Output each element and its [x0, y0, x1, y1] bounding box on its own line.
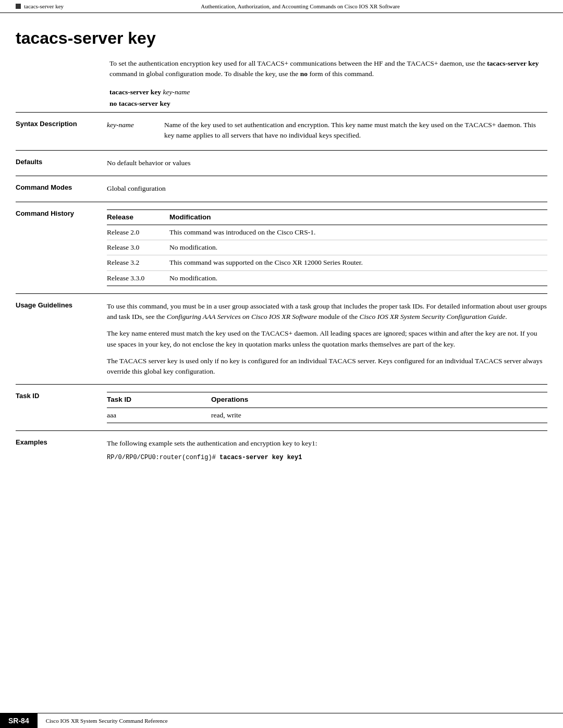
syntax-line-2: no tacacs-server key	[109, 100, 547, 108]
examples-content: The following example sets the authentic…	[107, 438, 547, 462]
section-command-modes: Command Modes Global configuration	[16, 176, 547, 201]
release-cell: Release 3.2	[107, 255, 169, 270]
defaults-content: No default behavior or values	[107, 158, 547, 168]
examples-label: Examples	[16, 438, 107, 446]
table-row: Release 3.2This command was supported on…	[107, 255, 547, 270]
task-id-label: Task ID	[16, 392, 107, 400]
section-examples: Examples The following example sets the …	[16, 430, 547, 470]
task-id-content: Task ID Operations aaaread, write	[107, 392, 547, 423]
usage-italic-2: Cisco IOS XR System Security Configurati…	[360, 313, 506, 320]
table-row: aaaread, write	[107, 408, 547, 423]
taskid-cell: aaa	[107, 408, 211, 423]
modification-cell: No modification.	[169, 240, 547, 255]
col-release-header: Release	[107, 209, 169, 225]
task-id-header-row: Task ID Operations	[107, 392, 547, 408]
syntax-def: Name of the key used to set authenticati…	[164, 120, 547, 141]
main-content: tacacs-server key To set the authenticat…	[0, 13, 563, 501]
operations-cell: read, write	[211, 408, 547, 423]
code-prefix: RP/0/RP0/CPU0:router(config)#	[107, 454, 219, 461]
intro-bold-command: tacacs-server key	[487, 59, 538, 67]
footer-badge: SR-84	[0, 713, 38, 728]
modification-cell: This command was introduced on the Cisco…	[169, 225, 547, 240]
defaults-label: Defaults	[16, 158, 107, 166]
command-modes-label: Command Modes	[16, 183, 107, 191]
intro-bold-no: no	[300, 70, 308, 78]
syntax-line-1: tacacs-server key key-name	[109, 88, 547, 96]
table-row: Release 2.0This command was introduced o…	[107, 225, 547, 240]
col-modification-header: Modification	[169, 209, 547, 225]
usage-para-1: To use this command, you must be in a us…	[107, 301, 547, 323]
example-code-block: RP/0/RP0/CPU0:router(config)# tacacs-ser…	[107, 453, 547, 462]
syntax-desc-row: key-name Name of the key used to set aut…	[107, 120, 547, 141]
syntax-bold-1: tacacs-server key	[109, 88, 161, 96]
modification-cell: This command was supported on the Cisco …	[169, 255, 547, 270]
code-bold: tacacs-server key key1	[219, 454, 302, 461]
modification-cell: No modification.	[169, 270, 547, 286]
breadcrumb: tacacs-server key	[24, 3, 64, 9]
header-square-icon	[16, 4, 21, 9]
top-header: tacacs-server key Authentication, Author…	[0, 0, 563, 13]
usage-italic-1: Configuring AAA Services on Cisco IOS XR…	[167, 313, 317, 320]
table-row: Release 3.0No modification.	[107, 240, 547, 255]
section-usage-guidelines: Usage Guidelines To use this command, yo…	[16, 293, 547, 385]
usage-guidelines-content: To use this command, you must be in a us…	[107, 301, 547, 377]
usage-para-3: The TACACS server key is used only if no…	[107, 356, 547, 377]
bottom-footer: SR-84 Cisco IOS XR System Security Comma…	[0, 713, 563, 728]
header-left: tacacs-server key	[16, 3, 64, 9]
release-cell: Release 2.0	[107, 225, 169, 240]
release-cell: Release 3.0	[107, 240, 169, 255]
syntax-bold-2: no tacacs-server key	[109, 100, 170, 107]
intro-paragraph: To set the authentication encryption key…	[109, 58, 547, 80]
syntax-description-label: Syntax Description	[16, 120, 107, 128]
section-command-history: Command History Release Modification Rel…	[16, 202, 547, 293]
command-history-label: Command History	[16, 209, 107, 217]
section-defaults: Defaults No default behavior or values	[16, 150, 547, 176]
syntax-term: key-name	[107, 120, 154, 141]
usage-para-2: The key name entered must match the key …	[107, 328, 547, 350]
release-cell: Release 3.3.0	[107, 270, 169, 286]
operations-col-header: Operations	[211, 392, 547, 408]
task-id-table: Task ID Operations aaaread, write	[107, 392, 547, 423]
examples-intro: The following example sets the authentic…	[107, 438, 547, 449]
page-title: tacacs-server key	[16, 29, 547, 48]
task-id-col-header: Task ID	[107, 392, 211, 408]
command-history-content: Release Modification Release 2.0This com…	[107, 209, 547, 286]
page-wrapper: tacacs-server key Authentication, Author…	[0, 0, 563, 728]
command-history-header-row: Release Modification	[107, 209, 547, 225]
usage-guidelines-label: Usage Guidelines	[16, 301, 107, 309]
syntax-description-content: key-name Name of the key used to set aut…	[107, 120, 547, 143]
footer-text: Cisco IOS XR System Security Command Ref…	[38, 713, 176, 728]
command-modes-content: Global configuration	[107, 183, 547, 194]
syntax-italic-1: key-name	[163, 88, 190, 96]
command-history-table: Release Modification Release 2.0This com…	[107, 209, 547, 286]
table-row: Release 3.3.0No modification.	[107, 270, 547, 286]
syntax-block: tacacs-server key key-name no tacacs-ser…	[109, 88, 547, 108]
section-task-id: Task ID Task ID Operations aaaread, writ…	[16, 384, 547, 430]
section-syntax-description: Syntax Description key-name Name of the …	[16, 112, 547, 151]
header-center-text: Authentication, Authorization, and Accou…	[201, 3, 400, 9]
